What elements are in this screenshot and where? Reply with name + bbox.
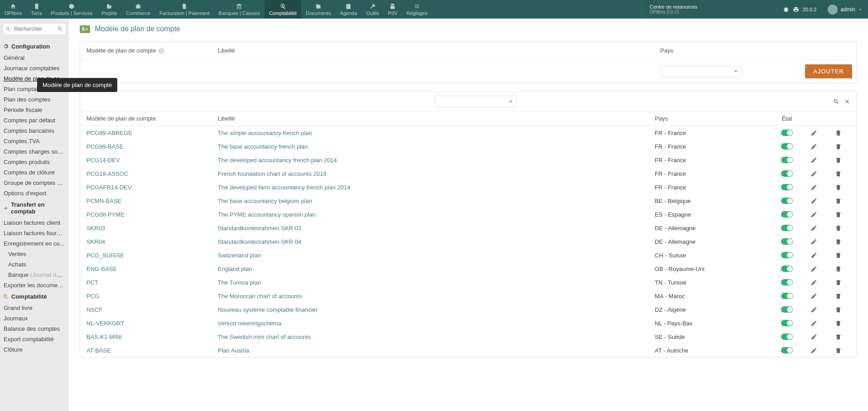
row-label-link[interactable]: The PYME accountancy spanish plan <box>218 211 316 218</box>
row-delete[interactable] <box>826 266 850 272</box>
row-toggle[interactable] <box>781 266 793 272</box>
add-button[interactable]: AJOUTER <box>805 64 852 78</box>
print-icon[interactable] <box>793 6 799 13</box>
nav-produits-services[interactable]: Produits | Services <box>47 0 97 19</box>
search-input[interactable] <box>3 23 66 35</box>
row-edit[interactable] <box>801 143 826 150</box>
nav-r-glages[interactable]: Réglages <box>402 0 432 19</box>
nav-pdv[interactable]: PdV <box>384 0 402 19</box>
row-code-link[interactable]: PCG <box>86 293 99 300</box>
resource-center[interactable]: Centre de ressources OPlibris 0.0.21 <box>641 1 777 17</box>
row-delete[interactable] <box>826 225 850 232</box>
row-edit[interactable] <box>801 157 826 164</box>
row-delete[interactable] <box>826 293 850 300</box>
row-code-link[interactable]: NSCF <box>86 306 102 313</box>
sidebar-item-g-n-ral[interactable]: Général <box>3 53 66 63</box>
row-label-link[interactable]: The Moroccan chart of accounts <box>218 293 302 300</box>
sidebar-item-balance-des-comptes[interactable]: Balance des comptes <box>3 324 66 334</box>
search-filter-icon[interactable] <box>833 98 839 105</box>
row-edit[interactable] <box>801 225 826 232</box>
sidebar-item-banque[interactable]: Banque (Journal de t... <box>3 270 66 280</box>
row-label-link[interactable]: Nouveau système comptable financier <box>218 306 317 313</box>
sidebar-item-enregistrement-en-co-[interactable]: Enregistrement en co... <box>3 238 66 249</box>
row-label-link[interactable]: The Swedish mini chart of accounts <box>218 334 311 340</box>
row-label-link[interactable]: Switzerland plan <box>218 252 261 259</box>
nav-facturation-paiement[interactable]: Facturation | Paiement <box>155 0 214 19</box>
row-edit[interactable] <box>801 334 826 340</box>
row-delete[interactable] <box>826 320 850 327</box>
sidebar-item-exporter-les-document-[interactable]: Exporter les document... <box>3 280 66 290</box>
row-toggle[interactable] <box>781 347 793 353</box>
row-code-link[interactable]: PCT <box>86 279 98 286</box>
row-label-link[interactable]: Verkort rekeningschema <box>218 320 281 327</box>
country-select[interactable] <box>660 66 742 77</box>
row-code-link[interactable]: PCG18-ASSOC <box>86 170 128 177</box>
sidebar-item-options-d-export[interactable]: Options d'export <box>3 188 66 198</box>
sidebar-item-p-riode-fiscale[interactable]: Période fiscale <box>3 105 66 115</box>
row-code-link[interactable]: PCMN-BASE <box>86 198 121 204</box>
row-toggle[interactable] <box>781 170 793 177</box>
row-edit[interactable] <box>801 252 826 259</box>
row-toggle[interactable] <box>781 211 793 218</box>
row-toggle[interactable] <box>781 238 793 245</box>
row-toggle[interactable] <box>781 279 793 285</box>
th-country[interactable]: Pays <box>655 115 772 122</box>
row-label-link[interactable]: The Tunisia plan <box>218 279 261 286</box>
row-label-link[interactable]: Plan Austria <box>218 347 249 354</box>
row-toggle[interactable] <box>781 225 793 231</box>
row-edit[interactable] <box>801 279 826 286</box>
sidebar-item-grand-livre[interactable]: Grand livre <box>3 303 66 313</box>
row-delete[interactable] <box>826 170 850 177</box>
row-code-link[interactable]: PCGAFR14-DEV <box>86 184 132 191</box>
row-toggle[interactable] <box>781 198 793 204</box>
th-label[interactable]: Libellé <box>218 115 655 122</box>
nav-oplibris[interactable]: OPlibris <box>0 0 27 19</box>
row-label-link[interactable]: The base accountancy french plan <box>218 143 308 150</box>
sidebar-item-comptes-charges-soc-[interactable]: Comptes charges soc... <box>3 146 66 157</box>
row-delete[interactable] <box>826 306 850 313</box>
row-edit[interactable] <box>801 130 826 136</box>
row-delete[interactable] <box>826 252 850 259</box>
row-label-link[interactable]: Standardkontenrahmen SKR 03 <box>218 225 301 232</box>
nav-tiers[interactable]: Tiers <box>27 0 47 19</box>
sidebar-item-export-comptabilit-[interactable]: Export comptabilité <box>3 334 66 344</box>
row-delete[interactable] <box>826 198 850 204</box>
row-delete[interactable] <box>826 279 850 286</box>
sidebar-item-comptes-tva[interactable]: Comptes TVA <box>3 136 66 146</box>
row-code-link[interactable]: PCG_SUISSE <box>86 252 124 259</box>
nav-banques-caisses[interactable]: Banques | Caisses <box>214 0 265 19</box>
row-toggle[interactable] <box>781 252 793 258</box>
sidebar-section-comptabilit-[interactable]: Comptabilité <box>3 290 66 303</box>
sidebar-section-transfert-en-comptab[interactable]: Transfert en comptab <box>3 198 66 218</box>
nav-documents[interactable]: Documents <box>301 0 336 19</box>
row-edit[interactable] <box>801 293 826 300</box>
row-label-link[interactable]: England plan <box>218 266 252 272</box>
row-edit[interactable] <box>801 266 826 272</box>
row-code-link[interactable]: PCG08-PYME <box>86 211 125 218</box>
row-edit[interactable] <box>801 184 826 191</box>
row-edit[interactable] <box>801 347 826 354</box>
bug-icon[interactable] <box>783 6 789 13</box>
nav-outils[interactable]: Outils <box>362 0 384 19</box>
row-toggle[interactable] <box>781 320 793 326</box>
sidebar-item-comptes-par-d-faut[interactable]: Comptes par défaut <box>3 115 66 126</box>
search-submit-icon[interactable] <box>57 26 63 32</box>
row-delete[interactable] <box>826 184 850 191</box>
sidebar-section-configuration[interactable]: Configuration <box>3 40 66 53</box>
row-label-link[interactable]: Standardkontenrahmen SKR 04 <box>218 238 301 245</box>
row-code-link[interactable]: NL-VERKORT <box>86 320 125 327</box>
sidebar-item-comptes-de-cl-ture[interactable]: Comptes de clôture <box>3 167 66 178</box>
row-edit[interactable] <box>801 211 826 218</box>
row-code-link[interactable]: AT-BASE <box>86 347 111 354</box>
info-icon[interactable]: i <box>158 48 164 54</box>
row-code-link[interactable]: PCG99-ABREGE <box>86 130 132 136</box>
row-toggle[interactable] <box>781 293 793 299</box>
sidebar-item-groupe-de-comptes-pe-[interactable]: Groupe de comptes pe... <box>3 178 66 188</box>
row-toggle[interactable] <box>781 130 793 136</box>
sidebar-item-achats[interactable]: Achats <box>3 259 66 270</box>
nav-projets[interactable]: Projets <box>97 0 121 19</box>
row-label-link[interactable]: The developed farm accountancy french pl… <box>218 184 350 191</box>
sidebar-item-journaux[interactable]: Journaux <box>3 313 66 324</box>
sidebar-item-cl-ture[interactable]: Clôture <box>3 344 66 355</box>
row-toggle[interactable] <box>781 157 793 163</box>
